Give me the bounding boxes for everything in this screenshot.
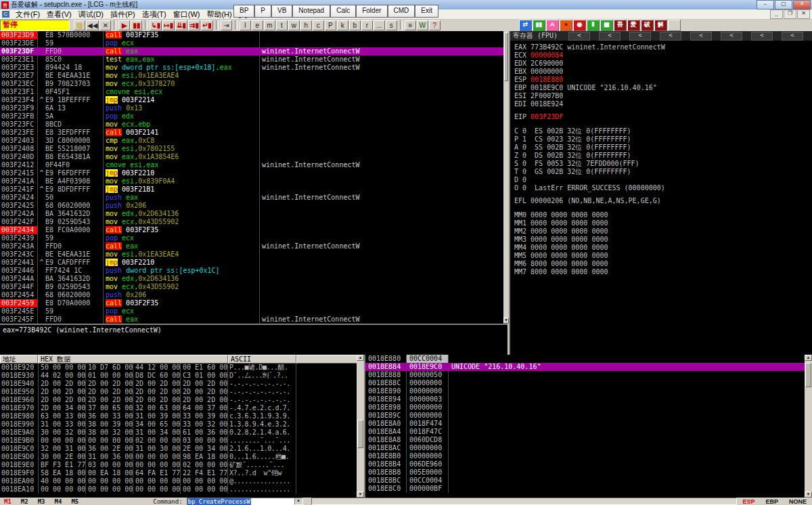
quickbar-button-notepad[interactable]: Notepad <box>292 5 330 18</box>
disasm-instruction-cell[interactable]: call eax <box>104 47 259 56</box>
disasm-row[interactable]: 003F23FB5Apop edx <box>0 112 503 120</box>
menu-item-h[interactable]: 帮助(H) <box>203 9 235 19</box>
ai-icon[interactable]: 爱 <box>627 20 640 31</box>
disasm-row[interactable]: 003F23FC8BCDmov ecx,ebp <box>0 120 503 129</box>
disasm-instruction-cell[interactable]: jmp 003F2214 <box>104 96 259 104</box>
dump-hex-group[interactable]: 00 00 00 00 <box>133 453 180 461</box>
dump-row[interactable]: 0018E9C032 00 31 0036 00 2E 0031 00 30 0… <box>0 445 364 453</box>
close-icon[interactable]: ✕ <box>793 0 811 9</box>
dump-hex-group[interactable]: 30 00 2E 00 <box>38 453 85 461</box>
toolbar-letter-h[interactable]: h <box>300 20 312 30</box>
stack-row[interactable]: 0018E88C00000000 <box>365 379 805 387</box>
dump-hex-group[interactable]: 00 00 00 00 <box>133 461 180 469</box>
stack-address-cell[interactable]: 0018E89C <box>365 412 406 420</box>
toolbar-letter-w[interactable]: w <box>288 20 300 30</box>
menu-item-t[interactable]: 选项(T) <box>139 9 170 19</box>
dump-hex-group[interactable]: 2D 00 2D 00 <box>38 396 85 404</box>
disasm-row[interactable]: 003F2441^E9 CAFDFFFFjmp 003F2210 <box>0 259 503 267</box>
disasm-instruction-cell[interactable]: call 003F2F35 <box>104 299 259 307</box>
dump-ascii-cell[interactable]: -.-.-.-.-.-.-.-. <box>227 388 296 396</box>
disasm-bytes-cell[interactable]: E8 3EFDFFFF <box>45 129 104 137</box>
mm-register-row[interactable]: MM2 0000 0000 0000 0000 <box>514 227 812 236</box>
mdi-minimize-icon[interactable]: _ <box>770 9 783 19</box>
goto-user-code-icon[interactable]: ⇥ <box>221 20 232 30</box>
stack-value-cell[interactable]: 00000050 <box>406 371 448 379</box>
disasm-address-cell[interactable]: 003F241F <box>0 185 38 194</box>
stack-value-cell[interactable]: 0018F47C <box>406 428 448 436</box>
disasm-row[interactable]: 003F245FFFD0call eaxwininet.InternetConn… <box>0 315 503 324</box>
dump-address-cell[interactable]: 0018E920 <box>0 364 38 372</box>
wu-icon[interactable]: 吾 <box>614 20 627 31</box>
registers-collapse-icon[interactable]: < <box>721 32 742 41</box>
register-row[interactable]: EDX 2C690000 <box>514 60 812 68</box>
disasm-instruction-cell[interactable]: push 0x13 <box>104 104 259 112</box>
disasm-bytes-cell[interactable]: FFD0 <box>45 315 104 324</box>
options-list-icon[interactable]: ≡ <box>405 20 416 30</box>
stack-scrollbar[interactable]: ▲ ▼ <box>805 355 812 498</box>
dump-row[interactable]: 0018E98063 00 33 0036 00 33 0031 00 39 0… <box>0 412 364 420</box>
disasm-row[interactable]: 003F241F^E9 8DFDFFFFjmp 003F21B1 <box>0 185 503 194</box>
dump-panel[interactable]: 地址 HEX 数据 ASCII 0018E92050 00 00 0010 D7… <box>0 355 364 498</box>
disasm-address-cell[interactable]: 003F2441 <box>0 259 38 267</box>
dump-hex-group[interactable]: 00 00 00 00 <box>85 485 133 493</box>
disasm-instruction-cell[interactable]: call 003F2F35 <box>104 226 259 234</box>
dump-hex-group[interactable]: 36 00 33 00 <box>85 412 133 420</box>
dump-row[interactable]: 0018E9E0BF F3 E1 7703 00 00 0000 00 00 0… <box>0 461 364 469</box>
disasm-address-cell[interactable]: 003F245F <box>0 315 38 324</box>
dump-row[interactable]: 0018EA1000 00 00 0000 00 00 0000 00 00 0… <box>0 485 364 493</box>
dump-address-cell[interactable]: 0018E980 <box>0 412 38 420</box>
command-input-value[interactable]: bp CreateProcessW <box>187 498 251 505</box>
disasm-bytes-cell[interactable]: 85C0 <box>45 56 104 64</box>
dump-hex-group[interactable]: 2D 00 2D 00 <box>180 380 227 388</box>
dump-address-cell[interactable]: 0018E970 <box>0 404 38 412</box>
disasm-address-cell[interactable]: 003F242A <box>0 210 38 218</box>
stack-value-cell[interactable]: 00000003 <box>406 395 448 403</box>
dump-hex-group[interactable]: D8 DC 60 00 <box>133 372 180 380</box>
disasm-instruction-cell[interactable]: mov dword ptr ss:[esp+0x18],eax <box>104 64 259 72</box>
help-icon[interactable]: ? <box>429 20 441 30</box>
stack-row[interactable]: 0018E89400000003 <box>365 395 805 403</box>
disasm-instruction-cell[interactable]: push 0x206 <box>104 202 259 210</box>
dump-hex-group[interactable]: 00 00 00 00 <box>133 485 180 493</box>
disasm-address-cell[interactable]: 003F2425 <box>0 202 38 210</box>
dump-hex-group[interactable]: 38 00 32 00 <box>85 429 133 437</box>
disasm-bytes-cell[interactable]: 59 <box>45 307 104 315</box>
dump-hex-group[interactable]: 40 00 00 00 <box>38 477 85 485</box>
dump-hex-group[interactable]: 37 00 65 00 <box>85 404 133 412</box>
quickbar-button-vb[interactable]: VB <box>271 5 292 18</box>
pause-green-icon[interactable]: ▮▮ <box>533 20 545 31</box>
mm-register-row[interactable]: MM4 0000 0000 0000 0000 <box>514 244 812 252</box>
stack-row[interactable]: 0018E8AC00000000 <box>365 444 805 452</box>
dump-ascii-cell[interactable]: -.-.-.-.-.-.-.-. <box>227 380 296 388</box>
disasm-address-cell[interactable]: 003F23FE <box>0 129 38 137</box>
mm-register-row[interactable]: MM1 0000 0000 0000 0000 <box>514 219 812 227</box>
toolbar-letter-more[interactable]: ... <box>374 20 385 30</box>
dump-ascii-cell[interactable]: 1.3.8.9.4.e.3.2. <box>227 420 296 429</box>
maximize-icon[interactable]: ▢ <box>775 0 792 9</box>
disasm-instruction-cell[interactable]: mov ecx,ebp <box>104 120 259 129</box>
registers-collapse-icon[interactable]: < <box>599 32 621 41</box>
registers-collapse-icon[interactable]: < <box>629 32 651 41</box>
stack-value-cell[interactable]: 00000000 <box>406 444 448 452</box>
dump-hex-group[interactable]: C3 01 00 00 <box>180 372 227 380</box>
stack-row[interactable]: 0018E88000CC0004 <box>365 355 805 363</box>
quickbar-button-p[interactable]: P <box>254 5 271 18</box>
disasm-bytes-cell[interactable]: BA 3641632D <box>45 275 104 283</box>
dump-hex-group[interactable]: 00 E1 60 00 <box>180 364 227 372</box>
register-row-eip[interactable]: EIP 003F23DF <box>514 113 812 121</box>
dump-scroll-down-icon[interactable]: ▼ <box>357 491 364 498</box>
disasm-instruction-cell[interactable]: test eax,eax <box>104 56 259 64</box>
disasm-scrollbar[interactable]: ▼ <box>503 31 509 324</box>
stack-value-cell[interactable]: 00CC0004 <box>406 355 448 363</box>
status-register-esp[interactable]: ESP <box>742 498 754 505</box>
dump-hex-group[interactable]: 2D 00 2D 00 <box>180 388 227 396</box>
register-row[interactable]: EDI 0018E924 <box>514 100 812 108</box>
disasm-address-cell[interactable]: 003F2439 <box>0 234 38 242</box>
dump-ascii-cell[interactable]: c.3.6.3.1.9.3.9. <box>227 412 296 420</box>
toolbar-letter-s[interactable]: s <box>386 20 397 30</box>
disasm-row[interactable]: 003F240DB8 E654381Amov eax,0x1A3854E6 <box>0 153 503 161</box>
mm-register-row[interactable]: MM6 8000 0000 0000 0000 <box>514 260 812 268</box>
disasm-row[interactable]: 003F23F4^E9 1BFEFFFFjmp 003F2214 <box>0 96 503 104</box>
disasm-instruction-cell[interactable]: mov ecx,0x3378270 <box>104 80 259 88</box>
disasm-bytes-cell[interactable]: 894424 18 <box>45 64 104 72</box>
